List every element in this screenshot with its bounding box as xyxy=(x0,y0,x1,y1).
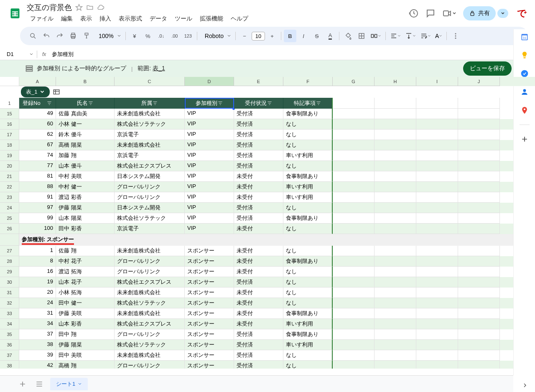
name-box[interactable]: D1 xyxy=(3,50,37,58)
cell-status[interactable]: 受付済 xyxy=(234,350,283,361)
history-icon[interactable] xyxy=(409,8,419,18)
cell-type[interactable]: VIP xyxy=(185,192,234,203)
cell-name[interactable]: 田中 翔 xyxy=(56,329,115,340)
cell-status[interactable]: 受付済 xyxy=(234,361,283,369)
cell-name[interactable]: 伊藤 陽菜 xyxy=(56,340,115,350)
cell-org[interactable]: グローバルリンク xyxy=(115,182,185,192)
cell-notes[interactable]: なし xyxy=(283,224,333,234)
cell-notes[interactable]: なし xyxy=(283,119,333,130)
cell-org[interactable]: グローバルリンク xyxy=(115,256,185,267)
cell-notes[interactable]: 食事制限あり xyxy=(283,308,333,319)
cell-org[interactable]: 未来創造株式会社 xyxy=(115,350,185,361)
cell-status[interactable]: 未受付 xyxy=(234,256,283,267)
menu-format[interactable]: 表示形式 xyxy=(115,13,145,24)
cell-notes[interactable]: なし xyxy=(283,298,333,308)
cell-no[interactable]: 62 xyxy=(19,130,56,140)
cell-no[interactable]: 42 xyxy=(19,361,56,369)
cell-name[interactable]: 高橋 陽菜 xyxy=(56,140,115,150)
save-view-button[interactable]: ビューを保存 xyxy=(463,61,512,76)
menu-insert[interactable]: 挿入 xyxy=(96,13,115,24)
cell-no[interactable]: 37 xyxy=(19,329,56,340)
sheets-logo[interactable] xyxy=(7,5,23,22)
cell-type[interactable]: スポンサー xyxy=(185,308,234,319)
cell-status[interactable]: 受付済 xyxy=(234,329,283,340)
cell-no[interactable]: 67 xyxy=(19,140,56,150)
column-header-type[interactable]: 参加種別 xyxy=(185,98,234,109)
decrease-decimal-icon[interactable]: .0↓ xyxy=(155,30,168,42)
cell-name[interactable]: 山本 花子 xyxy=(56,277,115,288)
undo-icon[interactable] xyxy=(40,30,53,42)
cell-type[interactable]: VIP xyxy=(185,224,234,234)
calendar-icon[interactable]: 31 xyxy=(520,33,529,41)
zoom-dropdown[interactable]: 100% xyxy=(94,33,123,39)
filter-icon[interactable] xyxy=(217,100,223,106)
cell-no[interactable]: 77 xyxy=(19,161,56,171)
cell-name[interactable]: 渡辺 拓海 xyxy=(56,267,115,277)
font-size-input[interactable] xyxy=(252,32,265,41)
row-number[interactable]: 19 xyxy=(0,150,19,161)
column-header-no[interactable]: 登録No xyxy=(19,98,56,109)
cell-name[interactable]: 高橋 翔 xyxy=(56,361,115,369)
cell-org[interactable]: 日本システム開発 xyxy=(115,171,185,182)
cell-type[interactable]: VIP xyxy=(185,182,234,192)
cell-status[interactable]: 受付済 xyxy=(234,130,283,140)
row-number[interactable]: 28 xyxy=(0,256,19,267)
cell-status[interactable]: 未受付 xyxy=(234,192,283,203)
row-number[interactable]: 16 xyxy=(0,119,19,130)
cell-name[interactable]: 山本 陽菜 xyxy=(56,213,115,224)
cell-status[interactable]: 受付済 xyxy=(234,340,283,350)
fill-color-icon[interactable] xyxy=(342,30,354,42)
cell-name[interactable]: 山本 優斗 xyxy=(56,161,115,171)
cell-type[interactable]: スポンサー xyxy=(185,350,234,361)
filter-icon[interactable] xyxy=(267,100,273,106)
select-all-cell[interactable] xyxy=(0,77,19,86)
cell-name[interactable]: 田中 彩香 xyxy=(56,224,115,234)
cell-notes[interactable]: なし xyxy=(283,277,333,288)
cell-name[interactable]: 中村 花子 xyxy=(56,256,115,267)
table-view-icon[interactable] xyxy=(52,88,61,96)
cell-org[interactable]: 株式会社エクスプレス xyxy=(115,277,185,288)
cell-org[interactable]: 京浜電子 xyxy=(115,224,185,234)
cell-no[interactable]: 8 xyxy=(19,256,56,267)
menu-file[interactable]: ファイル xyxy=(27,13,57,24)
column-header-name[interactable]: 氏名 xyxy=(56,98,115,109)
cell-no[interactable]: 99 xyxy=(19,213,56,224)
cell-no[interactable]: 91 xyxy=(19,192,56,203)
cell-name[interactable]: 小林 健一 xyxy=(56,119,115,130)
cell-name[interactable]: 中村 美咲 xyxy=(56,171,115,182)
cell-status[interactable]: 受付済 xyxy=(234,161,283,171)
cell-no[interactable]: 31 xyxy=(19,308,56,319)
row-number[interactable]: 25 xyxy=(0,213,19,224)
row-number[interactable]: 26 xyxy=(0,224,19,234)
filter-icon[interactable] xyxy=(46,100,52,106)
row-number[interactable]: 20 xyxy=(0,161,19,171)
cell-status[interactable]: 受付済 xyxy=(234,150,283,161)
cell-name[interactable]: 加藤 翔 xyxy=(56,150,115,161)
column-header-notes[interactable]: 特記事項 xyxy=(283,98,333,109)
menu-tools[interactable]: ツール xyxy=(171,13,196,24)
cell-type[interactable]: スポンサー xyxy=(185,361,234,369)
row-number-1[interactable]: 1 xyxy=(0,98,19,109)
cell-status[interactable]: 受付済 xyxy=(234,213,283,224)
filter-icon[interactable] xyxy=(316,100,321,106)
cell-org[interactable]: グローバルリンク xyxy=(115,267,185,277)
filter-icon[interactable] xyxy=(152,100,158,106)
cell-no[interactable]: 60 xyxy=(19,119,56,130)
cell-notes[interactable]: 食事制限あり xyxy=(283,256,333,267)
cell-type[interactable]: スポンサー xyxy=(185,288,234,298)
col-header-B[interactable]: B xyxy=(56,77,115,86)
menu-data[interactable]: データ xyxy=(146,13,171,24)
formula-bar[interactable]: 参加種別 xyxy=(51,50,535,59)
cell-status[interactable]: 未受付 xyxy=(234,267,283,277)
cell-notes[interactable]: 車いす利用 xyxy=(283,340,333,350)
cell-type[interactable]: VIP xyxy=(185,213,234,224)
cell-name[interactable]: 伊藤 陽菜 xyxy=(56,203,115,213)
bold-icon[interactable]: B xyxy=(284,30,296,42)
cell-org[interactable]: 株式会社エクスプレス xyxy=(115,161,185,171)
cell-name[interactable]: 佐藤 真由美 xyxy=(56,109,115,119)
col-header-C[interactable]: C xyxy=(115,77,185,86)
cell-org[interactable]: 未来創造株式会社 xyxy=(115,308,185,319)
table-tab[interactable]: 表_1 xyxy=(21,87,50,97)
cell-type[interactable]: VIP xyxy=(185,119,234,130)
share-dropdown[interactable] xyxy=(497,9,508,18)
